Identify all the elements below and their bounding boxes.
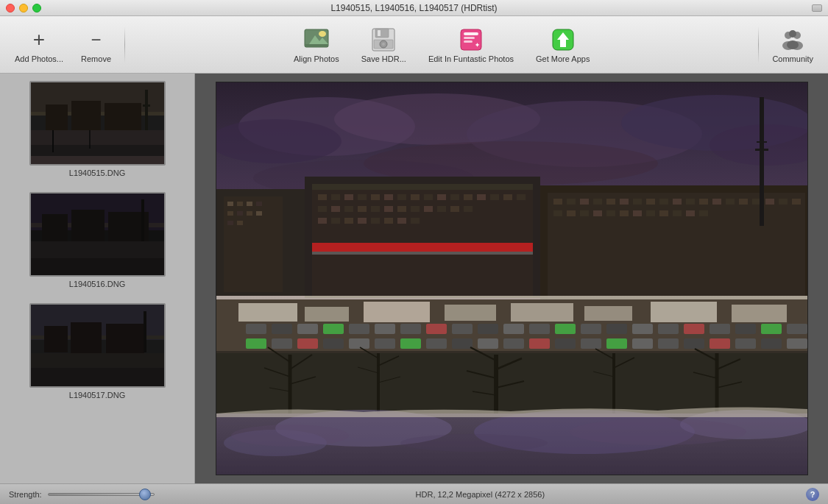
edit-funtastic-button[interactable]: ✦ Edit In Funtastic Photos bbox=[421, 22, 521, 68]
strength-slider-thumb[interactable] bbox=[139, 489, 151, 500]
svg-rect-136 bbox=[779, 199, 788, 205]
svg-rect-185 bbox=[246, 338, 266, 349]
svg-rect-114 bbox=[411, 218, 420, 224]
svg-rect-196 bbox=[529, 338, 550, 349]
svg-rect-133 bbox=[739, 199, 748, 205]
toolbar-separator-2 bbox=[758, 26, 759, 63]
strength-label: Strength: bbox=[9, 490, 42, 499]
close-button[interactable] bbox=[6, 4, 15, 13]
svg-rect-135 bbox=[765, 199, 774, 205]
svg-rect-93 bbox=[503, 194, 512, 200]
svg-rect-163 bbox=[246, 324, 266, 334]
svg-rect-200 bbox=[632, 338, 653, 349]
svg-rect-121 bbox=[580, 199, 589, 205]
svg-rect-126 bbox=[646, 199, 655, 205]
svg-rect-124 bbox=[620, 199, 629, 205]
svg-rect-180 bbox=[684, 324, 704, 334]
svg-rect-110 bbox=[358, 218, 367, 224]
svg-rect-71 bbox=[237, 211, 243, 216]
photo-thumb-1 bbox=[29, 81, 166, 166]
svg-rect-82 bbox=[358, 194, 367, 200]
svg-rect-194 bbox=[478, 338, 498, 349]
svg-rect-40 bbox=[42, 214, 68, 242]
toolbar: Add Photos... Remove Align Photos bbox=[0, 16, 828, 74]
add-photos-button[interactable]: Add Photos... bbox=[7, 22, 71, 68]
minimize-button[interactable] bbox=[19, 4, 28, 13]
svg-rect-186 bbox=[272, 338, 292, 349]
remove-icon bbox=[83, 26, 110, 53]
svg-rect-41 bbox=[71, 210, 105, 242]
edit-funtastic-label: Edit In Funtastic Photos bbox=[428, 54, 514, 63]
svg-rect-147 bbox=[673, 210, 682, 216]
svg-text:✦: ✦ bbox=[475, 41, 480, 48]
photo-item-2[interactable]: L1940516.DNG bbox=[7, 192, 187, 288]
align-photos-label: Align Photos bbox=[294, 54, 339, 63]
svg-rect-12 bbox=[464, 37, 475, 39]
svg-rect-156 bbox=[305, 307, 349, 322]
remove-button[interactable]: Remove bbox=[74, 22, 118, 68]
svg-rect-176 bbox=[581, 324, 601, 334]
svg-rect-92 bbox=[490, 194, 499, 200]
svg-rect-28 bbox=[71, 101, 101, 130]
svg-rect-159 bbox=[511, 303, 573, 322]
photo-item-3[interactable]: L1940517.DNG bbox=[7, 303, 187, 400]
svg-rect-90 bbox=[464, 194, 473, 200]
svg-rect-97 bbox=[344, 206, 353, 212]
svg-rect-49 bbox=[44, 326, 68, 352]
svg-rect-190 bbox=[375, 338, 395, 349]
image-info: HDR, 12,2 Megapixel (4272 x 2856) bbox=[416, 490, 545, 499]
svg-rect-51 bbox=[106, 324, 144, 353]
hdr-preview-image bbox=[216, 82, 808, 475]
svg-rect-205 bbox=[761, 338, 782, 349]
svg-point-9 bbox=[382, 43, 385, 46]
photo-item-1[interactable]: L1940515.DNG bbox=[7, 81, 187, 177]
svg-rect-27 bbox=[46, 104, 68, 130]
svg-rect-79 bbox=[318, 194, 327, 200]
svg-point-241 bbox=[231, 425, 349, 447]
svg-rect-113 bbox=[397, 218, 406, 224]
svg-rect-155 bbox=[238, 303, 297, 322]
help-icon: ? bbox=[810, 490, 815, 499]
svg-rect-188 bbox=[323, 338, 344, 349]
sidebar: L1940515.DNG L1940516.DNG bbox=[0, 74, 195, 483]
svg-rect-50 bbox=[71, 322, 102, 353]
svg-rect-174 bbox=[529, 324, 550, 334]
svg-rect-167 bbox=[349, 324, 369, 334]
add-photos-icon bbox=[26, 26, 52, 53]
svg-rect-170 bbox=[426, 324, 447, 334]
svg-rect-88 bbox=[437, 194, 446, 200]
save-hdr-button[interactable]: Save HDR... bbox=[354, 22, 414, 68]
svg-point-243 bbox=[570, 419, 746, 445]
community-button[interactable]: Community bbox=[765, 22, 821, 68]
svg-rect-13 bbox=[464, 40, 473, 43]
svg-rect-119 bbox=[553, 199, 562, 205]
align-photos-button[interactable]: Align Photos bbox=[286, 22, 347, 68]
svg-rect-192 bbox=[426, 338, 447, 349]
photo-label-1: L1940515.DNG bbox=[69, 168, 125, 177]
photo-thumb-3 bbox=[29, 303, 166, 388]
svg-rect-31 bbox=[143, 104, 150, 107]
svg-rect-115 bbox=[312, 243, 533, 252]
svg-rect-178 bbox=[632, 324, 653, 334]
svg-rect-54 bbox=[31, 368, 166, 388]
svg-rect-74 bbox=[227, 221, 233, 225]
svg-rect-73 bbox=[256, 211, 262, 216]
svg-rect-165 bbox=[297, 324, 318, 334]
svg-rect-6 bbox=[378, 30, 381, 36]
svg-rect-206 bbox=[787, 338, 807, 349]
svg-rect-207 bbox=[216, 351, 808, 353]
svg-rect-201 bbox=[658, 338, 679, 349]
help-button[interactable]: ? bbox=[806, 488, 819, 501]
svg-rect-104 bbox=[437, 206, 446, 212]
save-hdr-label: Save HDR... bbox=[361, 54, 406, 63]
window-resize-button[interactable] bbox=[812, 4, 822, 12]
strength-slider[interactable] bbox=[48, 493, 155, 496]
maximize-button[interactable] bbox=[32, 4, 41, 13]
title-bar: L1940515, L1940516, L1940517 (HDRtist) bbox=[0, 0, 828, 16]
svg-point-23 bbox=[787, 40, 799, 49]
svg-rect-184 bbox=[787, 324, 807, 334]
svg-rect-169 bbox=[400, 324, 421, 334]
community-label: Community bbox=[772, 54, 813, 63]
svg-rect-81 bbox=[344, 194, 353, 200]
get-more-apps-button[interactable]: Get More Apps bbox=[528, 22, 597, 68]
